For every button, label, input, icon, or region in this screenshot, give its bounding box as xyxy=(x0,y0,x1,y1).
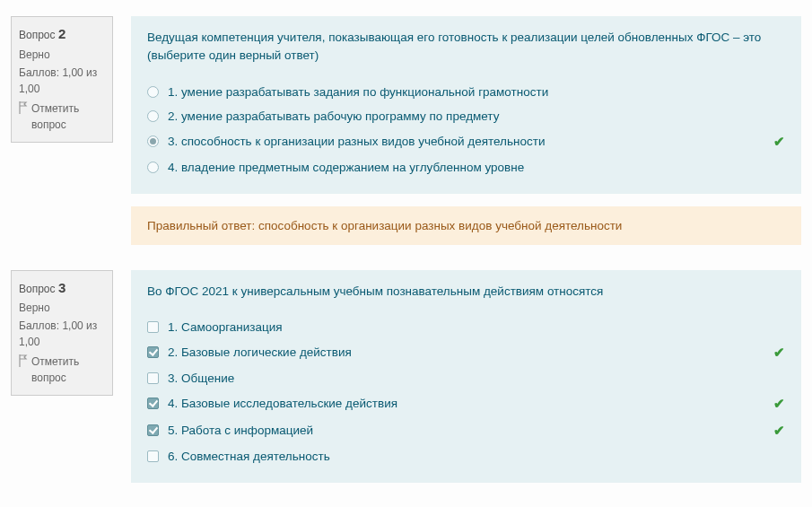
radio-icon xyxy=(147,110,159,122)
check-icon: ✔ xyxy=(773,396,785,412)
option-label: 6. Совместная деятельность xyxy=(168,450,785,463)
flag-label: Отметить вопрос xyxy=(31,354,105,386)
option-row[interactable]: 4. Базовые исследовательские действия ✔ xyxy=(147,390,785,417)
option-row[interactable]: 1. Самоорганизация xyxy=(147,315,785,339)
option-label: 1. Самоорганизация xyxy=(168,320,785,334)
options-list: 1. Самоорганизация 2. Базовые логические… xyxy=(147,315,785,468)
flag-label: Отметить вопрос xyxy=(31,101,105,133)
checkbox-icon xyxy=(147,346,159,358)
check-icon: ✔ xyxy=(773,345,785,361)
options-list: 1. умение разрабатывать задания по функц… xyxy=(147,80,785,179)
flag-question-link[interactable]: Отметить вопрос xyxy=(19,101,105,133)
question-score: Баллов: 1,00 из 1,00 xyxy=(19,65,105,97)
checkbox-icon xyxy=(147,450,159,462)
question-label-prefix: Вопрос xyxy=(19,29,56,41)
question-main: Во ФГОС 2021 к универсальным учебным поз… xyxy=(131,270,801,483)
checkbox-icon xyxy=(147,424,159,436)
question-status: Верно xyxy=(19,300,105,316)
checkbox-icon xyxy=(147,321,159,333)
option-label: 1. умение разрабатывать задания по функц… xyxy=(168,85,785,99)
question-text: Ведущая компетенция учителя, показывающа… xyxy=(147,29,785,66)
radio-icon xyxy=(147,162,159,173)
question-number: Вопрос 3 xyxy=(19,278,105,299)
feedback-panel: Правильный ответ: способность к организа… xyxy=(131,206,801,245)
question-main: Ведущая компетенция учителя, показывающа… xyxy=(131,16,801,245)
checkbox-icon xyxy=(147,372,159,384)
checkbox-icon xyxy=(147,398,159,409)
question-block: Вопрос 3 Верно Баллов: 1,00 из 1,00 Отме… xyxy=(11,270,801,483)
question-status: Верно xyxy=(19,47,105,63)
question-score: Баллов: 1,00 из 1,00 xyxy=(19,318,105,350)
option-label: 3. Общение xyxy=(168,372,785,385)
option-row[interactable]: 2. Базовые логические действия ✔ xyxy=(147,339,785,366)
flag-icon xyxy=(19,354,28,367)
check-icon: ✔ xyxy=(773,134,785,150)
flag-question-link[interactable]: Отметить вопрос xyxy=(19,354,105,386)
question-block: Вопрос 2 Верно Баллов: 1,00 из 1,00 Отме… xyxy=(11,16,801,245)
option-row[interactable]: 2. умение разрабатывать рабочую программ… xyxy=(147,104,785,128)
question-meta: Вопрос 3 Верно Баллов: 1,00 из 1,00 Отме… xyxy=(11,270,113,397)
radio-icon xyxy=(147,135,159,147)
option-label: 2. умение разрабатывать рабочую программ… xyxy=(168,109,785,123)
flag-icon xyxy=(19,101,28,114)
question-panel: Ведущая компетенция учителя, показывающа… xyxy=(131,16,801,194)
radio-icon xyxy=(147,86,159,98)
question-text: Во ФГОС 2021 к универсальным учебным поз… xyxy=(147,283,785,301)
check-icon: ✔ xyxy=(773,423,785,439)
question-number-value: 2 xyxy=(58,26,65,41)
option-row[interactable]: 3. Общение xyxy=(147,366,785,390)
question-number-value: 3 xyxy=(58,280,65,295)
option-row[interactable]: 1. умение разрабатывать задания по функц… xyxy=(147,80,785,104)
question-label-prefix: Вопрос xyxy=(19,283,56,295)
option-label: 2. Базовые логические действия xyxy=(168,345,757,359)
question-meta: Вопрос 2 Верно Баллов: 1,00 из 1,00 Отме… xyxy=(11,16,113,143)
option-row[interactable]: 6. Совместная деятельность xyxy=(147,444,785,468)
option-label: 4. владение предметным содержанием на уг… xyxy=(168,161,785,174)
option-row[interactable]: 5. Работа с информацией ✔ xyxy=(147,417,785,444)
question-number: Вопрос 2 xyxy=(19,24,105,45)
option-label: 5. Работа с информацией xyxy=(168,424,757,437)
option-label: 4. Базовые исследовательские действия xyxy=(168,397,757,410)
question-panel: Во ФГОС 2021 к универсальным учебным поз… xyxy=(131,270,801,483)
option-label: 3. способность к организации разных видо… xyxy=(168,135,757,148)
option-row[interactable]: 4. владение предметным содержанием на уг… xyxy=(147,155,785,179)
option-row[interactable]: 3. способность к организации разных видо… xyxy=(147,128,785,155)
